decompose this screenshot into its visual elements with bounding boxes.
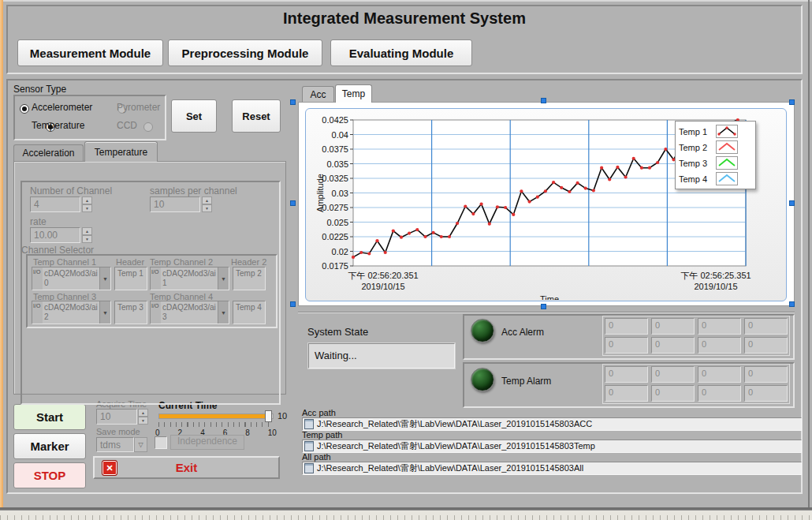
system-state-label: System State: [307, 326, 368, 338]
legend-row-temp3: Temp 3: [679, 156, 752, 170]
spinner-down-icon: ▼: [138, 417, 148, 425]
acc-path-value: J:\Research_Related\雷射\LabView\DATA\Lase…: [317, 418, 592, 430]
combo-arrow-icon: ▼: [218, 301, 229, 324]
svg-text:Amplitude: Amplitude: [315, 174, 325, 212]
selection-handle[interactable]: [541, 304, 546, 309]
start-button[interactable]: Start: [13, 404, 86, 430]
legend-label: Temp 3: [679, 159, 712, 168]
current-time-tickmarks: [158, 422, 274, 427]
acc-alarm-label: Acc Alerm: [501, 327, 544, 338]
temp-channel-4-value: cDAQ2Mod3/ai3: [161, 301, 218, 324]
line-sample-icon: [716, 140, 738, 154]
spinner-up-icon: ▲: [138, 409, 148, 417]
legend-row-temp4: Temp 4: [679, 172, 752, 185]
io-glyph-icon: I/O: [151, 301, 161, 324]
alarm-cell: 0: [744, 318, 788, 335]
measurement-module-button[interactable]: Measurement Module: [17, 39, 163, 66]
chart-legend: Temp 1 Temp 2 Temp 3 Temp 4: [675, 121, 756, 189]
selection-handle[interactable]: [789, 200, 795, 206]
spinner-down-icon: ▼: [202, 204, 212, 212]
svg-text:下午 02:56:20.351: 下午 02:56:20.351: [348, 271, 418, 280]
selection-handle[interactable]: [290, 301, 296, 307]
temp-channel-2-value: cDAQ2Mod3/ai1: [161, 267, 218, 290]
temp-path-box: J:\Research_Related\雷射\LabView\DATA\Lase…: [302, 440, 802, 453]
rate-field: 10.00: [30, 227, 80, 243]
header-1-label: Header: [116, 257, 144, 267]
tab-acc[interactable]: Acc: [302, 86, 334, 103]
header-1-field: Temp 1: [114, 267, 147, 290]
alarm-cell: 0: [744, 337, 788, 354]
set-button[interactable]: Set: [171, 99, 217, 133]
tab-temp[interactable]: Temp: [335, 84, 372, 103]
sensor-type-label: Sensor Type: [13, 84, 66, 95]
acc-path-box: J:\Research_Related\雷射\LabView\DATA\Lase…: [302, 417, 802, 431]
legend-row-temp2: Temp 2: [679, 140, 752, 154]
combo-arrow-icon: ▼: [99, 301, 110, 324]
app-window: Integrated Measurement System Measuremen…: [0, 0, 812, 520]
selection-handle[interactable]: [290, 200, 296, 206]
svg-text:0.02: 0.02: [332, 247, 348, 256]
svg-text:0.0275: 0.0275: [322, 203, 348, 212]
svg-text:0.0425: 0.0425: [322, 115, 348, 125]
svg-text:0.04: 0.04: [332, 130, 348, 140]
current-time-slider-handle[interactable]: [265, 410, 272, 422]
selection-handle[interactable]: [789, 301, 795, 307]
independence-checkbox: [155, 436, 167, 449]
ccd-radio-label: CCD: [117, 120, 137, 131]
acquire-time-spinner: ▲ ▼: [138, 409, 148, 425]
samples-per-channel-spinner: ▲ ▼: [202, 196, 212, 212]
system-state-box: Waiting...: [307, 342, 456, 369]
alarm-cell: 0: [605, 318, 648, 335]
temp-alarm-led: [471, 368, 494, 391]
alarm-cell: 0: [651, 385, 695, 402]
legend-label: Temp 4: [679, 174, 712, 184]
reset-button[interactable]: Reset: [232, 99, 281, 133]
number-of-channel-field: 4: [30, 196, 80, 212]
exit-label: Exit: [95, 458, 278, 477]
spinner-down-icon: ▼: [82, 204, 92, 212]
accelerometer-radio[interactable]: [20, 104, 29, 114]
path-icon: [304, 419, 314, 429]
io-glyph-icon: I/O: [32, 267, 43, 290]
tab-acceleration[interactable]: Acceleration: [13, 144, 84, 161]
temp-channel-1-value: cDAQ2Mod3/ai0: [43, 267, 99, 290]
svg-text:0.035: 0.035: [326, 159, 348, 169]
window-top-edge: [3, 0, 812, 2]
all-path-box: J:\Research_Related\雷射\LabView\DATA\Lase…: [302, 462, 802, 475]
selection-handle[interactable]: [789, 99, 795, 105]
svg-text:2019/10/15: 2019/10/15: [361, 282, 404, 291]
samples-per-channel-field: 10: [150, 196, 200, 212]
acc-alarm-grid: 0 0 0 0 0 0 0 0: [602, 316, 790, 356]
exit-button[interactable]: ✕ Exit: [93, 456, 280, 479]
legend-label: Temp 1: [679, 127, 712, 137]
evaluating-module-button[interactable]: Evaluating Module: [330, 39, 472, 66]
alarm-cell: 0: [744, 385, 788, 402]
alarm-cell: 0: [651, 366, 695, 383]
all-path-value: J:\Research_Related\雷射\LabView\DATA\Lase…: [317, 462, 583, 474]
alarm-cell: 0: [744, 366, 788, 383]
temp-channel-3-combo: I/O cDAQ2Mod3/ai2 ▼: [32, 301, 111, 324]
selection-handle[interactable]: [290, 99, 296, 105]
legend-row-temp1: Temp 1: [679, 125, 752, 138]
independence-label: Independence: [170, 435, 244, 450]
current-time-slider-track[interactable]: [158, 413, 274, 419]
window-left-border: [0, 0, 3, 510]
save-mode-label: Save mode: [96, 427, 140, 436]
temp-channel-1-label: Temp Channel 1: [33, 257, 96, 267]
close-icon[interactable]: ✕: [102, 460, 117, 476]
pyrometer-radio-label: Pyrometer: [117, 102, 160, 113]
selection-handle[interactable]: [541, 98, 546, 103]
preprocessing-module-button[interactable]: Preprocessing Module: [168, 39, 322, 66]
samples-per-channel-label: samples per channel: [150, 185, 237, 196]
tab-temperature[interactable]: Temperature: [84, 141, 158, 162]
temperature-radio-label: Temperature: [32, 120, 84, 131]
stop-button[interactable]: STOP: [13, 462, 86, 488]
temp-alarm-grid: 0 0 0 0 0 0 0 0: [602, 364, 790, 404]
temp-channel-1-combo: I/O cDAQ2Mod3/ai0 ▼: [32, 267, 111, 290]
ruler-ticks: [0, 515, 812, 520]
temp-path-label: Temp path: [302, 430, 342, 440]
rate-spinner: ▲ ▼: [82, 227, 92, 243]
marker-button[interactable]: Marker: [13, 433, 86, 459]
combo-arrow-icon: ▼: [99, 267, 110, 290]
alarm-cell: 0: [698, 366, 741, 383]
